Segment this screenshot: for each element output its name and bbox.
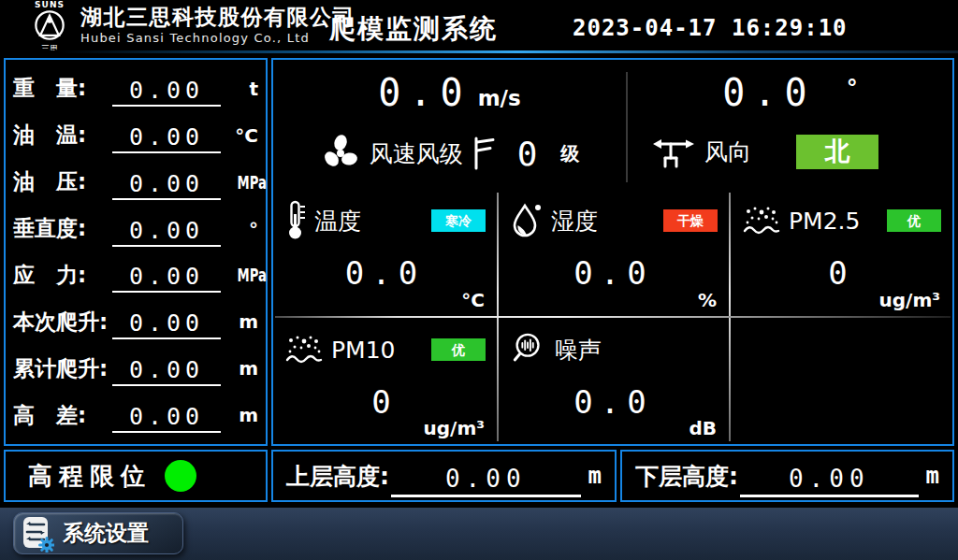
pm10-label: PM10 (331, 337, 395, 364)
elevation-limit-label: 高程限位 (28, 460, 152, 493)
noise-meter-icon (511, 332, 546, 367)
wind-direction-label-row: 风向 北 (628, 133, 952, 170)
row-weight: 重 量: 0.00 t (13, 65, 258, 112)
row-oil-pressure: 油 压: 0.00 MPa (13, 159, 258, 206)
weight-unit: t (226, 78, 258, 100)
lower-height-label: 下层高度: (635, 461, 738, 492)
fan-icon (320, 133, 361, 174)
current-climb-value: 0.00 (112, 309, 221, 339)
company-name-en: Hubei Sansi Technology Co., Ltd (80, 31, 356, 45)
row-height-diff: 高 差: 0.00 m (13, 392, 258, 438)
empty-cell (731, 318, 952, 444)
temperature-label: 温度 (314, 206, 361, 237)
page-title: 爬模监测系统 (329, 11, 498, 47)
oil-pressure-value: 0.00 (112, 170, 221, 200)
lower-height-value: 0.00 (740, 465, 919, 497)
noise-unit: dB (689, 417, 717, 439)
header-divider-line (0, 50, 958, 53)
wind-vane-icon (652, 133, 695, 170)
pm25-unit: ug/m³ (879, 289, 940, 311)
humidity-cell: 湿度 干燥 0.0 % (499, 189, 729, 316)
pm10-status-badge: 优 (431, 338, 486, 361)
logo-suns-text: SUNS (24, 1, 75, 9)
wind-direction-unit: ° (847, 76, 858, 102)
row-oil-temp: 油 温: 0.00 °C (13, 112, 258, 159)
humidity-value: 0.0 (499, 254, 729, 292)
noise-label: 噪声 (555, 335, 602, 366)
environment-panel: 0.0 m/s 风速风级 0 级 (271, 58, 954, 446)
wind-level-value: 0 (517, 135, 538, 173)
pm25-value: 0 (731, 254, 952, 292)
temperature-status-badge: 寒冷 (431, 209, 486, 232)
verticality-value: 0.00 (112, 217, 221, 247)
pm10-cell: PM10 优 0 ug/m³ (273, 318, 497, 444)
noise-cell: 噪声 0.0 dB (499, 318, 729, 444)
datetime-display: 2023-04-17 16:29:10 (573, 15, 848, 41)
wind-direction-display: 0.0 ° (628, 71, 952, 114)
wind-speed-label-row: 风速风级 0 级 (273, 133, 626, 174)
oil-pressure-unit: MPa (238, 171, 258, 194)
sansi-logo-icon (33, 9, 66, 41)
upper-height-label: 上层高度: (286, 461, 389, 492)
wind-speed-display: 0.0 m/s (273, 71, 626, 114)
pm25-label: PM2.5 (789, 208, 860, 235)
row-verticality: 垂直度: 0.00 ° (13, 206, 258, 252)
weight-value: 0.00 (112, 77, 221, 107)
lower-height-panel: 下层高度: 0.00 m (620, 450, 954, 502)
wind-direction-value: 0.0 (722, 71, 815, 114)
humidity-unit: % (698, 289, 717, 311)
system-settings-button[interactable]: 系统设置 (13, 512, 183, 554)
system-settings-label: 系统设置 (63, 519, 149, 548)
lower-height-unit: m (926, 463, 939, 489)
pm10-unit: ug/m³ (424, 417, 485, 439)
measurement-list-panel: 重 量: 0.00 t 油 温: 0.00 °C 油 压: 0.00 MPa 垂… (4, 58, 268, 446)
settings-sliders-gear-icon (22, 515, 54, 553)
temperature-value: 0.0 (273, 254, 497, 292)
verticality-label: 垂直度: (13, 214, 110, 243)
pm25-cell: PM2.5 优 0 ug/m³ (731, 189, 952, 316)
wind-level-unit: 级 (560, 141, 579, 166)
total-climb-unit: m (226, 357, 258, 380)
stress-unit: MPa (238, 264, 258, 286)
row-current-climb: 本次爬升: 0.00 m (13, 298, 258, 345)
wind-direction-button[interactable]: 北 (796, 135, 878, 169)
company-name: 湖北三思科技股份有限公司 Hubei Sansi Technology Co.,… (80, 5, 356, 45)
verticality-unit: ° (226, 218, 258, 240)
temperature-unit: °C (461, 289, 485, 311)
total-climb-value: 0.00 (112, 356, 221, 386)
current-climb-label: 本次爬升: (13, 308, 110, 337)
pm10-value: 0 (273, 383, 497, 421)
humidity-status-badge: 干燥 (663, 209, 718, 232)
header-bar: SUNS 三思 湖北三思科技股份有限公司 Hubei Sansi Technol… (0, 0, 958, 50)
dust-particles-icon (285, 333, 323, 366)
row-stress: 应 力: 0.00 MPa (13, 252, 258, 299)
height-diff-unit: m (226, 404, 258, 426)
upper-height-unit: m (588, 463, 602, 489)
company-name-cn: 湖北三思科技股份有限公司 (80, 5, 356, 29)
upper-height-value: 0.00 (391, 465, 581, 497)
oil-temp-value: 0.00 (112, 123, 221, 153)
humidity-label: 湿度 (551, 206, 598, 237)
upper-height-panel: 上层高度: 0.00 m (271, 450, 617, 502)
company-logo: SUNS 三思 (24, 1, 75, 50)
elevation-limit-panel: 高程限位 (4, 450, 268, 502)
temperature-cell: 温度 寒冷 0.0 °C (273, 189, 497, 316)
wind-speed-unit: m/s (478, 86, 521, 110)
oil-temp-label: 油 温: (13, 121, 110, 150)
thermometer-icon (285, 200, 306, 241)
row-total-climb: 累计爬升: 0.00 m (13, 345, 258, 392)
height-diff-value: 0.00 (112, 403, 221, 433)
wind-speed-value: 0.0 (378, 71, 471, 114)
monitoring-screen: SUNS 三思 湖北三思科技股份有限公司 Hubei Sansi Technol… (0, 0, 958, 560)
height-diff-label: 高 差: (13, 401, 110, 430)
pm25-status-badge: 优 (887, 209, 941, 232)
water-drop-icon (511, 201, 543, 240)
footer-bar: 系统设置 (0, 508, 958, 560)
current-climb-unit: m (226, 310, 258, 333)
stress-value: 0.00 (112, 263, 221, 293)
wind-speed-label: 风速风级 (370, 138, 463, 169)
dust-particles-icon (743, 204, 780, 237)
stress-label: 应 力: (13, 261, 110, 290)
noise-value: 0.0 (499, 383, 729, 421)
elevation-limit-status-light (165, 460, 196, 492)
